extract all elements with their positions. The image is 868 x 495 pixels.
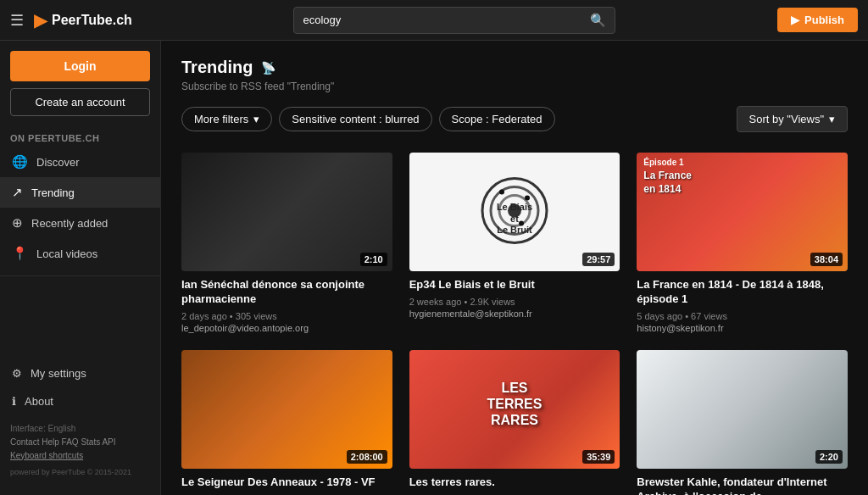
- sidebar-local-videos-label: Local videos: [36, 248, 97, 260]
- video-title: Ep34 Le Biais et le Bruit: [409, 278, 620, 292]
- search-button[interactable]: 🔍: [581, 8, 615, 33]
- publish-button[interactable]: ▶ Publish: [777, 8, 858, 32]
- video-title: Ian Sénéchal dénonce sa conjointe pharma…: [181, 278, 392, 307]
- navbar: ☰ ▶ PeerTube.ch 🔍 ▶ Publish: [0, 0, 868, 41]
- my-settings-label: My settings: [31, 367, 86, 380]
- settings-icon: ⚙: [12, 367, 22, 380]
- video-grid: 2:10 Ian Sénéchal dénonce sa conjointe p…: [181, 153, 848, 495]
- video-thumbnail: Le BiaisetLe Bruit 29:57: [409, 153, 620, 271]
- sidebar-item-recently-added[interactable]: ⊕ Recently added: [0, 208, 160, 238]
- more-filters-label: More filters: [194, 113, 248, 125]
- video-card[interactable]: Épisode 1 La Franceen 1814 38:04 La Fran…: [637, 153, 848, 333]
- video-channel: hygienementale@skeptikon.fr: [409, 309, 620, 319]
- video-title: Brewster Kahle, fondateur d'Internet Arc…: [637, 476, 848, 495]
- create-account-button[interactable]: Create an account: [10, 88, 150, 116]
- video-thumbnail: 2:10: [181, 153, 392, 271]
- about-label: About: [25, 395, 53, 408]
- search-wrap: 🔍: [293, 7, 615, 34]
- main-content: Trending 📡 Subscribe to RSS feed "Trendi…: [161, 41, 868, 495]
- rss-link[interactable]: 📡: [261, 61, 275, 75]
- footer-links: Contact Help FAQ Stats API: [10, 436, 150, 449]
- globe-icon: 🌐: [12, 154, 28, 170]
- video-title: Le Seigneur Des Anneaux - 1978 - VF: [181, 476, 392, 490]
- video-duration: 38:04: [810, 253, 843, 266]
- site-logo[interactable]: ▶ PeerTube.ch: [34, 10, 132, 31]
- help-link[interactable]: Help: [42, 437, 59, 447]
- sidebar-discover-label: Discover: [36, 156, 80, 169]
- plus-circle-icon: ⊕: [12, 215, 23, 231]
- hamburger-menu[interactable]: ☰: [10, 11, 24, 30]
- video-duration: 29:57: [582, 253, 615, 266]
- interface-label: Interface: English: [10, 422, 150, 436]
- video-thumbnail: 2:08:00: [181, 350, 392, 469]
- video-card[interactable]: Le BiaisetLe Bruit 29:57 Ep34 Le Biais e…: [409, 153, 620, 333]
- video-card[interactable]: 2:10 Ian Sénéchal dénonce sa conjointe p…: [181, 153, 392, 333]
- faq-link[interactable]: FAQ: [62, 437, 79, 447]
- video-thumbnail: 2:20: [637, 350, 848, 469]
- svg-point-5: [525, 195, 530, 200]
- info-icon: ℹ: [12, 395, 16, 408]
- main-layout: Login Create an account ON PEERTUBE.CH 🌐…: [0, 41, 868, 495]
- sidebar-bottom: ⚙ My settings ℹ About: [0, 359, 160, 415]
- video-channel: histony@skeptikon.fr: [637, 323, 848, 333]
- video-duration: 2:08:00: [347, 450, 387, 464]
- sidebar-item-discover[interactable]: 🌐 Discover: [0, 147, 160, 177]
- page-title: Trending: [181, 58, 253, 77]
- publish-icon: ▶: [791, 14, 799, 26]
- sort-label: Sort by "Views": [749, 113, 824, 125]
- logo-icon: ▶: [34, 10, 47, 31]
- search-container: 🔍: [142, 7, 767, 34]
- sidebar-item-about[interactable]: ℹ About: [10, 387, 150, 415]
- video-duration: 35:39: [582, 450, 615, 464]
- contact-link[interactable]: Contact: [10, 437, 39, 447]
- sidebar-recently-added-label: Recently added: [31, 217, 108, 230]
- video-meta: 2 days ago • 305 views: [181, 309, 392, 324]
- video-title: La France en 1814 - De 1814 à 1848, épis…: [637, 278, 848, 307]
- sidebar-item-trending[interactable]: ↗ Trending: [0, 177, 160, 208]
- sensitive-content-filter[interactable]: Sensitive content : blurred: [279, 107, 431, 131]
- video-duration: 2:20: [815, 450, 843, 464]
- sidebar-divider: [0, 275, 160, 276]
- chevron-down-icon: ▾: [253, 113, 259, 125]
- publish-label: Publish: [804, 14, 844, 26]
- video-thumbnail: Épisode 1 La Franceen 1814 38:04: [637, 153, 848, 271]
- video-title: Les terres rares.: [409, 476, 620, 490]
- keyboard-shortcuts-link[interactable]: Keyboard shortcuts: [10, 449, 150, 463]
- sidebar: Login Create an account ON PEERTUBE.CH 🌐…: [0, 41, 161, 495]
- sidebar-footer: Interface: English Contact Help FAQ Stat…: [0, 415, 160, 485]
- video-card[interactable]: LESTERRESRARES 35:39 Les terres rares. 2…: [409, 350, 620, 495]
- site-name: PeerTube.ch: [52, 13, 132, 28]
- sidebar-item-my-settings[interactable]: ⚙ My settings: [10, 359, 150, 387]
- login-button[interactable]: Login: [10, 51, 150, 81]
- video-meta: 5 days ago • 67 views: [637, 309, 848, 324]
- video-duration: 2:10: [360, 253, 387, 266]
- scope-filter[interactable]: Scope : Federated: [439, 107, 555, 131]
- svg-point-4: [499, 189, 504, 194]
- video-card[interactable]: 2:08:00 Le Seigneur Des Anneaux - 1978 -…: [181, 350, 392, 495]
- trending-icon: ↗: [12, 185, 23, 200]
- sidebar-trending-label: Trending: [31, 186, 75, 199]
- location-icon: 📍: [12, 246, 28, 261]
- video-meta: 2 weeks ago • 2.9K views: [409, 295, 620, 309]
- page-title-row: Trending 📡: [181, 58, 848, 77]
- page-subtitle: Subscribe to RSS feed "Trending": [181, 81, 848, 92]
- sort-chevron-icon: ▾: [829, 113, 835, 125]
- sidebar-item-local-videos[interactable]: 📍 Local videos: [0, 238, 160, 269]
- sidebar-section-label: ON PEERTUBE.CH: [0, 126, 160, 147]
- filter-bar: More filters ▾ Sensitive content : blurr…: [181, 106, 848, 132]
- sidebar-login-section: Login Create an account: [0, 51, 160, 126]
- sort-button[interactable]: Sort by "Views" ▾: [737, 106, 848, 132]
- api-link[interactable]: API: [102, 437, 115, 447]
- video-thumbnail: LESTERRESRARES 35:39: [409, 350, 620, 469]
- powered-by: powered by PeerTube © 2015-2021: [10, 466, 150, 478]
- more-filters-button[interactable]: More filters ▾: [181, 107, 272, 131]
- stats-link[interactable]: Stats: [81, 437, 100, 447]
- video-card[interactable]: 2:20 Brewster Kahle, fondateur d'Interne…: [637, 350, 848, 495]
- video-channel: le_depotoir@video.antopie.org: [181, 323, 392, 333]
- search-input[interactable]: [294, 8, 581, 31]
